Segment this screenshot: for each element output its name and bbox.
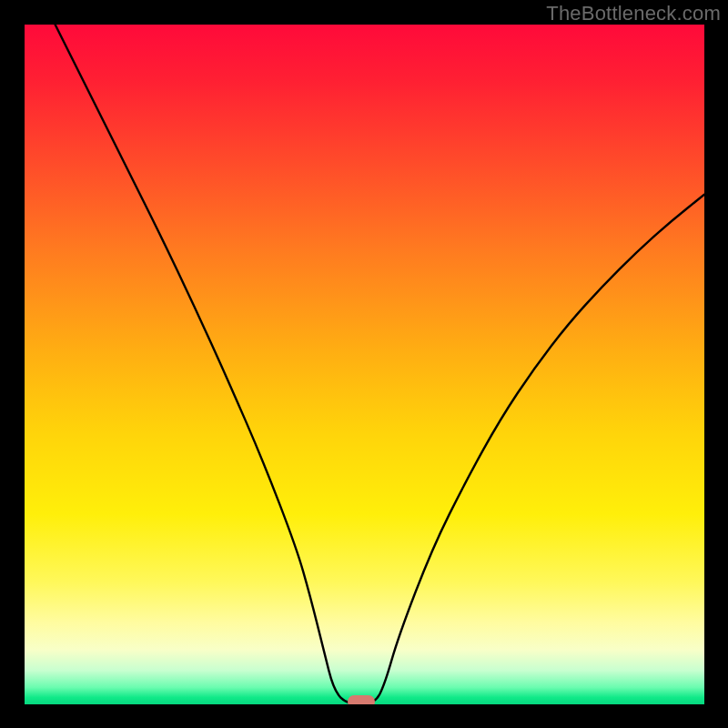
attribution-text: TheBottleneck.com — [546, 2, 721, 25]
optimal-marker — [348, 695, 375, 704]
plot-area — [25, 25, 704, 704]
chart-stage: TheBottleneck.com — [0, 0, 728, 728]
bottleneck-curve — [25, 25, 704, 704]
